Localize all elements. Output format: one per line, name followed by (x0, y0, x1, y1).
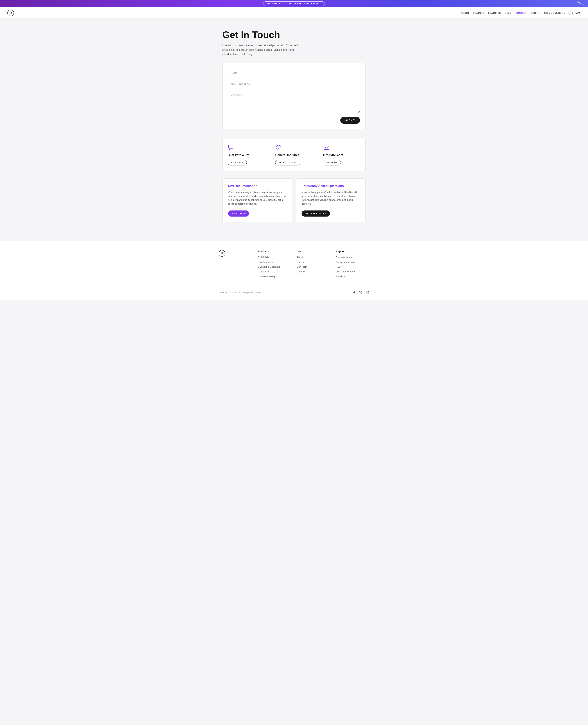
footer-divi-social[interactable]: Divi Social (258, 270, 269, 273)
banner-cta[interactable]: SHOP THE BLACK FRIDAY SALE AND SAVE BIG! (263, 1, 325, 6)
hero-description: Lorem ipsum dolor sit amet, consectetur … (222, 43, 301, 57)
footer-products-title: Products (258, 250, 291, 253)
footer-support-links: Documentation Quick Setup Guide FAQ Live… (336, 255, 370, 278)
footer-divi-builder[interactable]: Divi Builder (258, 256, 270, 258)
docs-card-desc: Vitae consequat augue. Vivamus eget dolo… (228, 190, 287, 206)
footer-quick-setup[interactable]: Quick Setup Guide (336, 261, 356, 264)
contact-cards: Chat With a Pro LIVE CHAT ? General Inqu… (222, 139, 366, 171)
footer-logo[interactable]: D (219, 250, 225, 256)
footer-our-team[interactable]: Our Team (297, 266, 307, 268)
svg-rect-0 (228, 145, 233, 148)
info-cards: Divi Documentation Vitae consequat augue… (222, 179, 366, 222)
chat-card-title: Chat With a Pro (228, 153, 265, 157)
svg-rect-4 (366, 291, 369, 294)
x-twitter-icon[interactable] (359, 291, 363, 295)
talk-to-sales-button[interactable]: TALK TO SALES (275, 160, 300, 165)
footer-social (352, 291, 369, 295)
footer-divi-title: Divi (297, 250, 330, 253)
footer-divi-cart[interactable]: Divi Cart & Checkout (258, 266, 280, 268)
footer-email-us[interactable]: Email Us (336, 275, 345, 278)
nav-blog[interactable]: BLOG (505, 12, 511, 14)
chat-icon (228, 144, 234, 151)
inquiries-card: ? General Inquiries TALK TO SALES (270, 139, 318, 171)
products-label: products (577, 1, 586, 7)
nav-cart[interactable]: 🛒 0 ITEMS (567, 11, 581, 15)
footer-support-title: Support (336, 250, 370, 253)
email-input[interactable] (228, 80, 360, 88)
faq-card-desc: In non pulvinar purus. Curabitur nisi od… (301, 190, 360, 206)
page-title: Get In Touch (222, 29, 366, 40)
email-card: info@divi.com EMAIL US (318, 139, 365, 171)
nav-shop[interactable]: SHOP (531, 12, 540, 14)
footer: D Products Divi Builder Divi Commerce Di… (0, 241, 588, 300)
footer-logo-col: D (219, 250, 252, 279)
nav-features[interactable]: FEATURES (488, 12, 501, 14)
nav-contact[interactable]: CONTACT (516, 12, 527, 14)
footer-divi-memberships[interactable]: Divi Memberships (258, 275, 277, 278)
svg-point-5 (366, 292, 368, 293)
nav-logo[interactable]: D (7, 9, 14, 16)
svg-point-6 (368, 292, 368, 292)
instagram-icon[interactable] (365, 291, 369, 295)
top-banner: SHOP THE BLACK FRIDAY SALE AND SAVE BIG!… (0, 0, 588, 7)
cart-count: 0 ITEMS (572, 12, 581, 14)
footer-documentation[interactable]: Documentation (336, 256, 352, 258)
svg-rect-3 (324, 146, 329, 149)
cart-icon: 🛒 (567, 11, 571, 15)
contact-form: SUBMIT (222, 63, 366, 129)
docs-card: Divi Documentation Vitae consequat augue… (222, 179, 292, 222)
nav-about[interactable]: ABOUT (461, 12, 469, 14)
email-card-title: info@divi.com (323, 153, 360, 157)
question-icon: ? (275, 144, 282, 151)
footer-support-col: Support Documentation Quick Setup Guide … (336, 250, 370, 279)
footer-top: D Products Divi Builder Divi Commerce Di… (219, 250, 369, 279)
inquiries-card-title: General Inquiries (275, 153, 312, 157)
message-field-wrapper (228, 91, 360, 114)
navigation: D ABOUT FEATURE FEATURES BLOG CONTACT SH… (0, 7, 588, 19)
nav-links: ABOUT FEATURE FEATURES BLOG CONTACT SHOP… (461, 11, 566, 15)
footer-divi-commerce[interactable]: Divi Commerce (258, 261, 274, 264)
footer-faq[interactable]: FAQ (336, 266, 341, 268)
footer-bottom: Copyright © 2023 Divi. All Rights Reserv… (219, 287, 369, 295)
docs-card-title: Divi Documentation (228, 184, 287, 188)
name-input[interactable] (228, 69, 360, 77)
browse-forums-button[interactable]: BROWSE FORUMS (301, 210, 330, 216)
name-field-wrapper (228, 69, 360, 77)
chat-card: Chat With a Pro LIVE CHAT (223, 139, 270, 171)
email-field-wrapper (228, 80, 360, 88)
faq-card: Frequently Asked Questions In non pulvin… (296, 179, 366, 222)
main-content: Get In Touch Lorem ipsum dolor sit amet,… (219, 19, 369, 241)
svg-text:?: ? (278, 146, 280, 149)
faq-card-title: Frequently Asked Questions (301, 184, 360, 188)
footer-products-links: Divi Builder Divi Commerce Divi Cart & C… (258, 255, 291, 278)
footer-about[interactable]: About (297, 256, 303, 258)
email-icon (323, 144, 330, 151)
submit-row: SUBMIT (228, 117, 360, 124)
live-chat-button[interactable]: LIVE CHAT (228, 160, 247, 165)
footer-careers[interactable]: Careers (297, 261, 305, 264)
footer-divi-col: Divi About Careers Our Team Contact (297, 250, 330, 279)
submit-button[interactable]: SUBMIT (340, 117, 360, 124)
footer-contact[interactable]: Contact (297, 270, 305, 273)
email-us-button[interactable]: EMAIL US (323, 160, 341, 165)
nav-feature[interactable]: FEATURE (473, 12, 484, 14)
nav-theme-builder[interactable]: THEME BUILDER (544, 12, 566, 14)
view-docs-button[interactable]: VIEW DOCS (228, 210, 249, 216)
facebook-icon[interactable] (352, 291, 356, 295)
message-input[interactable] (228, 91, 360, 113)
copyright: Copyright © 2023 Divi. All Rights Reserv… (219, 291, 261, 294)
footer-products-col: Products Divi Builder Divi Commerce Divi… (258, 250, 291, 279)
footer-divi-links: About Careers Our Team Contact (297, 255, 330, 273)
footer-live-chat-support[interactable]: Live Chat Support (336, 270, 355, 273)
